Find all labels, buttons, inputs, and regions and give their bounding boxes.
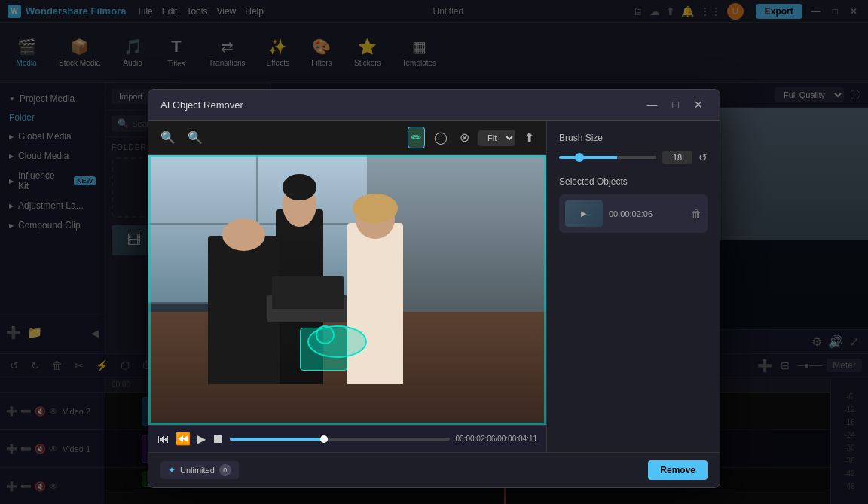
modal-video-frame (148, 155, 546, 425)
modal-body: 🔍 🔍 ✏ ◯ ⊗ Fit ⬆ (148, 121, 720, 452)
modal-video-area: 🔍 🔍 ✏ ◯ ⊗ Fit ⬆ (148, 121, 546, 452)
modal-time-display: 00:00:02:06/00:00:04:11 (456, 435, 537, 443)
modal-title: AI Object Remover (160, 99, 243, 111)
brush-size-label: Brush Size (559, 133, 708, 143)
ai-object-remover-modal: AI Object Remover — □ ✕ 🔍 🔍 ✏ (148, 89, 720, 488)
progress-handle[interactable] (320, 435, 328, 443)
reset-brush-button[interactable]: ↺ (698, 151, 708, 163)
brush-size-slider[interactable] (559, 156, 656, 159)
modal-header: AI Object Remover — □ ✕ (148, 90, 720, 121)
modal-footer: ✦ Unlimited 0 Remove (148, 452, 720, 487)
play-button[interactable]: ▶ (197, 432, 206, 446)
step-back-button[interactable]: ⏪ (176, 432, 191, 446)
ai-icon: ✦ (168, 465, 176, 475)
clear-button[interactable]: ⊗ (457, 127, 472, 148)
selected-objects-label: Selected Objects (559, 176, 708, 187)
stop-button[interactable]: ⏹ (212, 432, 224, 446)
export-frame-button[interactable]: ⬆ (521, 127, 537, 148)
ai-count-badge: 0 (219, 464, 231, 476)
zoom-in-button[interactable]: 🔍 (185, 127, 206, 148)
eraser-button[interactable]: ◯ (431, 127, 451, 148)
thumb-placeholder: ▶ (581, 209, 587, 218)
fit-select[interactable]: Fit (478, 130, 515, 146)
modal-current-time: 00:00:02:06 (456, 435, 496, 443)
modal-sidebar: Brush Size 18 ↺ Selected Objects ▶ (546, 121, 720, 452)
brush-slider-row: 18 ↺ (559, 151, 708, 164)
modal-total-time: 00:00:04:11 (497, 435, 537, 443)
brush-size-value[interactable]: 18 (662, 151, 692, 164)
remove-button[interactable]: Remove (648, 460, 708, 480)
zoom-out-button[interactable]: 🔍 (157, 127, 179, 148)
ai-unlimited-badge: ✦ Unlimited 0 (160, 461, 239, 479)
modal-playback: ⏮ ⏪ ▶ ⏹ 00:00:02:06/00:00:04:11 (148, 425, 546, 452)
draw-tool-button[interactable]: ✏ (408, 127, 425, 148)
skip-back-button[interactable]: ⏮ (157, 432, 170, 446)
modal-maximize-button[interactable]: □ (668, 97, 683, 112)
modal-close-button[interactable]: ✕ (689, 97, 708, 112)
modal-overlay: AI Object Remover — □ ✕ 🔍 🔍 ✏ (0, 0, 868, 504)
modal-minimize-button[interactable]: — (643, 97, 662, 112)
modal-window-controls: — □ ✕ (643, 97, 708, 112)
modal-video-toolbar: 🔍 🔍 ✏ ◯ ⊗ Fit ⬆ (148, 121, 546, 155)
ai-badge-label: Unlimited (180, 466, 215, 475)
delete-object-button[interactable]: 🗑 (691, 208, 701, 220)
progress-fill (230, 438, 324, 441)
selected-object-item: ▶ 00:00:02:06 🗑 (559, 194, 708, 233)
progress-bar[interactable] (230, 438, 450, 441)
object-time: 00:00:02:06 (609, 209, 685, 218)
object-thumbnail: ▶ (565, 200, 603, 227)
